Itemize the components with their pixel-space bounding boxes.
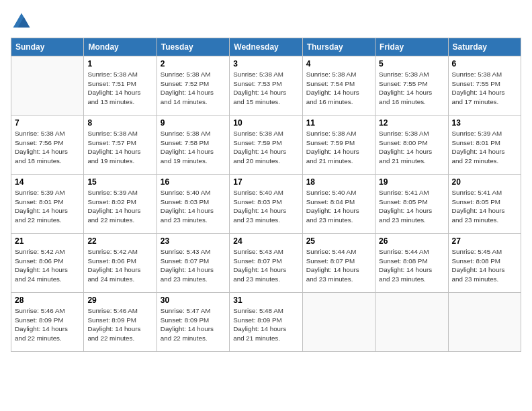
calendar-header-monday: Monday bbox=[84, 38, 157, 56]
day-info: Sunrise: 5:46 AMSunset: 8:09 PMDaylight:… bbox=[87, 306, 152, 343]
day-number: 5 bbox=[379, 59, 444, 68]
calendar-cell: 2Sunrise: 5:38 AMSunset: 7:52 PMDaylight… bbox=[157, 56, 229, 116]
calendar: SundayMondayTuesdayWednesdayThursdayFrid… bbox=[11, 38, 521, 352]
calendar-cell: 8Sunrise: 5:38 AMSunset: 7:57 PMDaylight… bbox=[84, 116, 157, 175]
calendar-cell: 4Sunrise: 5:38 AMSunset: 7:54 PMDaylight… bbox=[302, 56, 375, 116]
calendar-cell: 6Sunrise: 5:38 AMSunset: 7:55 PMDaylight… bbox=[448, 56, 521, 116]
calendar-cell: 13Sunrise: 5:39 AMSunset: 8:01 PMDayligh… bbox=[448, 116, 521, 175]
calendar-cell bbox=[375, 293, 448, 352]
day-number: 2 bbox=[161, 59, 226, 68]
calendar-cell: 18Sunrise: 5:40 AMSunset: 8:04 PMDayligh… bbox=[302, 175, 375, 234]
day-info: Sunrise: 5:43 AMSunset: 8:07 PMDaylight:… bbox=[233, 247, 298, 284]
calendar-cell: 24Sunrise: 5:43 AMSunset: 8:07 PMDayligh… bbox=[230, 234, 302, 293]
calendar-cell: 20Sunrise: 5:41 AMSunset: 8:05 PMDayligh… bbox=[448, 175, 521, 234]
day-number: 19 bbox=[379, 177, 444, 187]
day-info: Sunrise: 5:47 AMSunset: 8:09 PMDaylight:… bbox=[161, 306, 226, 343]
day-info: Sunrise: 5:48 AMSunset: 8:09 PMDaylight:… bbox=[233, 306, 298, 343]
day-info: Sunrise: 5:40 AMSunset: 8:03 PMDaylight:… bbox=[161, 188, 226, 225]
day-info: Sunrise: 5:38 AMSunset: 7:55 PMDaylight:… bbox=[452, 70, 517, 107]
day-number: 13 bbox=[452, 118, 517, 128]
day-info: Sunrise: 5:38 AMSunset: 7:59 PMDaylight:… bbox=[306, 129, 371, 166]
calendar-week-row: 7Sunrise: 5:38 AMSunset: 7:56 PMDaylight… bbox=[11, 116, 521, 175]
calendar-cell: 23Sunrise: 5:43 AMSunset: 8:07 PMDayligh… bbox=[157, 234, 229, 293]
day-info: Sunrise: 5:44 AMSunset: 8:08 PMDaylight:… bbox=[379, 247, 444, 284]
calendar-header-wednesday: Wednesday bbox=[230, 38, 302, 56]
calendar-cell: 14Sunrise: 5:39 AMSunset: 8:01 PMDayligh… bbox=[11, 175, 84, 234]
calendar-cell: 10Sunrise: 5:38 AMSunset: 7:59 PMDayligh… bbox=[230, 116, 302, 175]
day-info: Sunrise: 5:38 AMSunset: 7:54 PMDaylight:… bbox=[306, 70, 371, 107]
calendar-cell: 30Sunrise: 5:47 AMSunset: 8:09 PMDayligh… bbox=[157, 293, 229, 352]
day-number: 27 bbox=[452, 236, 517, 246]
calendar-header-sunday: Sunday bbox=[11, 38, 84, 56]
day-number: 29 bbox=[87, 295, 152, 305]
day-info: Sunrise: 5:38 AMSunset: 7:51 PMDaylight:… bbox=[87, 70, 152, 107]
logo-icon bbox=[11, 11, 32, 32]
day-number: 26 bbox=[379, 236, 444, 246]
day-info: Sunrise: 5:39 AMSunset: 8:01 PMDaylight:… bbox=[15, 188, 80, 225]
calendar-header-row: SundayMondayTuesdayWednesdayThursdayFrid… bbox=[11, 38, 521, 56]
day-number: 17 bbox=[233, 177, 298, 187]
day-info: Sunrise: 5:38 AMSunset: 7:56 PMDaylight:… bbox=[15, 129, 80, 166]
calendar-cell: 11Sunrise: 5:38 AMSunset: 7:59 PMDayligh… bbox=[302, 116, 375, 175]
day-info: Sunrise: 5:42 AMSunset: 8:06 PMDaylight:… bbox=[87, 247, 152, 284]
calendar-week-row: 1Sunrise: 5:38 AMSunset: 7:51 PMDaylight… bbox=[11, 56, 521, 116]
day-info: Sunrise: 5:43 AMSunset: 8:07 PMDaylight:… bbox=[161, 247, 226, 284]
day-info: Sunrise: 5:41 AMSunset: 8:05 PMDaylight:… bbox=[452, 188, 517, 225]
day-number: 22 bbox=[87, 236, 152, 246]
day-number: 3 bbox=[233, 59, 298, 68]
calendar-header-thursday: Thursday bbox=[302, 38, 375, 56]
day-number: 23 bbox=[161, 236, 226, 246]
day-info: Sunrise: 5:45 AMSunset: 8:08 PMDaylight:… bbox=[452, 247, 517, 284]
calendar-cell: 26Sunrise: 5:44 AMSunset: 8:08 PMDayligh… bbox=[375, 234, 448, 293]
calendar-cell: 15Sunrise: 5:39 AMSunset: 8:02 PMDayligh… bbox=[84, 175, 157, 234]
day-number: 24 bbox=[233, 236, 298, 246]
day-info: Sunrise: 5:38 AMSunset: 7:52 PMDaylight:… bbox=[161, 70, 226, 107]
calendar-cell: 12Sunrise: 5:38 AMSunset: 8:00 PMDayligh… bbox=[375, 116, 448, 175]
calendar-week-row: 28Sunrise: 5:46 AMSunset: 8:09 PMDayligh… bbox=[11, 293, 521, 352]
day-number: 31 bbox=[233, 295, 298, 305]
day-number: 16 bbox=[161, 177, 226, 187]
day-number: 28 bbox=[15, 295, 80, 305]
day-info: Sunrise: 5:46 AMSunset: 8:09 PMDaylight:… bbox=[15, 306, 80, 343]
day-info: Sunrise: 5:38 AMSunset: 7:59 PMDaylight:… bbox=[233, 129, 298, 166]
logo bbox=[11, 11, 35, 32]
calendar-cell: 28Sunrise: 5:46 AMSunset: 8:09 PMDayligh… bbox=[11, 293, 84, 352]
day-info: Sunrise: 5:41 AMSunset: 8:05 PMDaylight:… bbox=[379, 188, 444, 225]
calendar-cell: 31Sunrise: 5:48 AMSunset: 8:09 PMDayligh… bbox=[230, 293, 302, 352]
day-number: 14 bbox=[15, 177, 80, 187]
day-number: 4 bbox=[306, 59, 371, 68]
day-number: 30 bbox=[161, 295, 226, 305]
calendar-cell: 25Sunrise: 5:44 AMSunset: 8:07 PMDayligh… bbox=[302, 234, 375, 293]
day-number: 6 bbox=[452, 59, 517, 68]
calendar-cell bbox=[11, 56, 84, 116]
calendar-header-friday: Friday bbox=[375, 38, 448, 56]
calendar-cell: 27Sunrise: 5:45 AMSunset: 8:08 PMDayligh… bbox=[448, 234, 521, 293]
calendar-cell: 3Sunrise: 5:38 AMSunset: 7:53 PMDaylight… bbox=[230, 56, 302, 116]
day-number: 9 bbox=[161, 118, 226, 128]
calendar-cell: 16Sunrise: 5:40 AMSunset: 8:03 PMDayligh… bbox=[157, 175, 229, 234]
day-number: 21 bbox=[15, 236, 80, 246]
day-number: 15 bbox=[87, 177, 152, 187]
day-info: Sunrise: 5:42 AMSunset: 8:06 PMDaylight:… bbox=[15, 247, 80, 284]
calendar-cell: 1Sunrise: 5:38 AMSunset: 7:51 PMDaylight… bbox=[84, 56, 157, 116]
day-number: 25 bbox=[306, 236, 371, 246]
day-info: Sunrise: 5:44 AMSunset: 8:07 PMDaylight:… bbox=[306, 247, 371, 284]
day-info: Sunrise: 5:39 AMSunset: 8:02 PMDaylight:… bbox=[87, 188, 152, 225]
day-info: Sunrise: 5:38 AMSunset: 7:57 PMDaylight:… bbox=[87, 129, 152, 166]
calendar-cell: 22Sunrise: 5:42 AMSunset: 8:06 PMDayligh… bbox=[84, 234, 157, 293]
day-number: 7 bbox=[15, 118, 80, 128]
day-info: Sunrise: 5:38 AMSunset: 8:00 PMDaylight:… bbox=[379, 129, 444, 166]
calendar-cell: 17Sunrise: 5:40 AMSunset: 8:03 PMDayligh… bbox=[230, 175, 302, 234]
day-info: Sunrise: 5:38 AMSunset: 7:53 PMDaylight:… bbox=[233, 70, 298, 107]
day-info: Sunrise: 5:40 AMSunset: 8:04 PMDaylight:… bbox=[306, 188, 371, 225]
day-info: Sunrise: 5:38 AMSunset: 7:58 PMDaylight:… bbox=[161, 129, 226, 166]
day-info: Sunrise: 5:38 AMSunset: 7:55 PMDaylight:… bbox=[379, 70, 444, 107]
day-number: 1 bbox=[87, 59, 152, 68]
day-number: 18 bbox=[306, 177, 371, 187]
calendar-cell bbox=[302, 293, 375, 352]
day-number: 11 bbox=[306, 118, 371, 128]
day-number: 12 bbox=[379, 118, 444, 128]
calendar-cell: 19Sunrise: 5:41 AMSunset: 8:05 PMDayligh… bbox=[375, 175, 448, 234]
calendar-week-row: 21Sunrise: 5:42 AMSunset: 8:06 PMDayligh… bbox=[11, 234, 521, 293]
day-info: Sunrise: 5:40 AMSunset: 8:03 PMDaylight:… bbox=[233, 188, 298, 225]
